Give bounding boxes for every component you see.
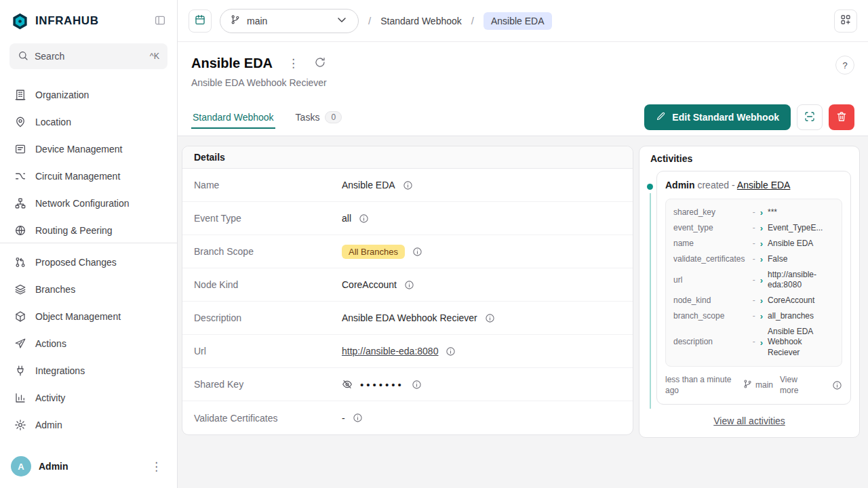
info-icon[interactable] <box>359 214 369 224</box>
app: INFRAHUB Search ^K Organization Location <box>0 0 868 488</box>
sidebar-item-device-management[interactable]: Device Management <box>7 136 170 163</box>
info-icon[interactable] <box>446 346 456 357</box>
event-actor: Admin <box>665 180 695 190</box>
activity-event-card: Admin created - Ansible EDA shared_key -… <box>656 171 851 405</box>
panel-collapse-icon <box>154 14 166 28</box>
sidebar-item-label: Proposed Changes <box>35 257 117 268</box>
sidebar-item-integrations[interactable]: Integrations <box>7 357 170 384</box>
change-row: node_kind - › CoreAccount <box>673 293 834 308</box>
breadcrumb-item-current[interactable]: Ansible EDA <box>484 12 552 30</box>
sidebar-item-network-configuration[interactable]: Network Configuration <box>7 190 170 217</box>
sidebar-item-label: Routing & Peering <box>35 225 113 236</box>
sidebar-collapse-button[interactable] <box>154 14 166 28</box>
info-icon[interactable] <box>412 380 422 390</box>
detail-row-validate-certificates: Validate Certificates - <box>182 401 633 434</box>
change-separator: - <box>753 275 755 286</box>
detail-value: - <box>342 413 345 424</box>
edit-standard-webhook-button[interactable]: Edit Standard Webhook <box>644 104 791 130</box>
network-icon <box>14 197 26 209</box>
event-branch-name: main <box>755 380 773 391</box>
branch-name: main <box>247 16 267 26</box>
change-arrow-icon: › <box>760 310 763 322</box>
change-separator: - <box>753 207 755 218</box>
sidebar-item-label: Network Configuration <box>35 198 130 209</box>
info-icon[interactable] <box>353 413 363 423</box>
detail-row-branch-scope: Branch Scope All Branches <box>182 235 633 268</box>
search-icon <box>18 50 28 63</box>
event-target-link[interactable]: Ansible EDA <box>737 180 791 190</box>
metadata-button[interactable] <box>797 104 823 130</box>
view-more-link[interactable]: View more <box>780 375 806 396</box>
breadcrumb-item[interactable]: Standard Webhook <box>380 16 462 26</box>
search-input[interactable]: Search ^K <box>9 43 167 69</box>
sidebar-item-routing-peering[interactable]: Routing & Peering <box>7 217 170 243</box>
event-timestamp: less than a minute ago <box>665 375 736 396</box>
sidebar-nav-primary: Organization Location Device Management … <box>0 76 177 243</box>
user-menu[interactable]: A Admin ⋮ <box>0 451 177 488</box>
main-area: main / Standard Webhook / Ansible EDA An… <box>178 0 868 488</box>
sidebar-item-activity[interactable]: Activity <box>7 384 170 411</box>
topbar: main / Standard Webhook / Ansible EDA <box>178 0 868 42</box>
sidebar-item-label: Admin <box>35 420 62 430</box>
circuit-icon <box>14 170 26 182</box>
logo-row: INFRAHUB <box>0 0 177 42</box>
git-branch-icon <box>230 14 241 27</box>
tab-label: Standard Webhook <box>193 112 274 123</box>
sidebar-item-organization[interactable]: Organization <box>7 81 170 108</box>
detail-value: Ansible EDA Webhook Reciever <box>342 312 477 323</box>
branch-selector[interactable]: main <box>220 9 359 33</box>
change-arrow-icon: › <box>760 295 763 306</box>
tab-standard-webhook[interactable]: Standard Webhook <box>191 106 275 129</box>
sidebar-item-label: Location <box>35 117 71 127</box>
info-icon[interactable] <box>485 313 495 323</box>
details-title: Details <box>182 146 633 169</box>
sidebar-item-label: Device Management <box>35 144 122 155</box>
detail-value: CoreAccount <box>342 279 397 290</box>
url-link[interactable]: http://ansible-eda:8080 <box>342 346 438 357</box>
user-kebab-menu-icon[interactable]: ⋮ <box>146 460 166 474</box>
sidebar-item-branches[interactable]: Branches <box>7 276 170 303</box>
change-arrow-icon: › <box>760 207 763 218</box>
change-row: url - › http://ansible-eda:8080 <box>673 268 834 293</box>
tabbar: Standard Webhook Tasks 0 Edit Standard W… <box>178 99 868 136</box>
tab-tasks[interactable]: Tasks 0 <box>294 105 343 129</box>
info-icon[interactable] <box>412 247 422 257</box>
apps-menu-button[interactable] <box>834 9 857 33</box>
sidebar-item-actions[interactable]: Actions <box>7 330 170 357</box>
change-separator: - <box>753 337 755 348</box>
refresh-button[interactable] <box>314 56 326 70</box>
info-icon[interactable] <box>403 180 413 190</box>
change-row: shared_key - › *** <box>673 205 834 220</box>
bar-chart-icon <box>14 392 26 404</box>
branch-scope-badge: All Branches <box>342 245 405 259</box>
edit-button-label: Edit Standard Webhook <box>672 112 779 123</box>
activities-card: Activities Admin created - Ansible EDA <box>639 146 860 438</box>
eye-off-icon[interactable] <box>342 379 353 390</box>
plug-icon <box>14 365 26 377</box>
sidebar-item-admin[interactable]: Admin <box>7 411 170 439</box>
search-shortcut: ^K <box>150 52 159 61</box>
sidebar-item-location[interactable]: Location <box>7 108 170 136</box>
help-button[interactable]: ? <box>835 56 854 75</box>
brand-wordmark: INFRAHUB <box>35 14 99 28</box>
change-separator: - <box>753 311 755 322</box>
detail-row-event-type: Event Type all <box>182 202 633 235</box>
time-travel-button[interactable] <box>189 9 212 33</box>
change-arrow-icon: › <box>760 337 763 348</box>
timeline-line <box>650 193 651 409</box>
server-icon <box>14 143 26 155</box>
timeline-dot <box>647 184 653 190</box>
info-icon[interactable] <box>832 380 842 390</box>
timeline <box>646 171 656 405</box>
sidebar-item-object-management[interactable]: Object Management <box>7 303 170 330</box>
git-branch-icon <box>743 379 753 392</box>
delete-button[interactable] <box>829 104 854 130</box>
info-icon[interactable] <box>404 280 414 290</box>
page-kebab-menu-icon[interactable]: ⋮ <box>283 56 303 70</box>
sidebar-item-proposed-changes[interactable]: Proposed Changes <box>7 249 170 276</box>
content: Details Name Ansible EDA Event Type all <box>178 136 868 488</box>
sidebar-item-circuit-management[interactable]: Circuit Management <box>7 163 170 190</box>
activity-event-title: Admin created - Ansible EDA <box>665 180 842 190</box>
view-all-activities-link[interactable]: View all activities <box>713 415 785 426</box>
globe-icon <box>14 224 26 237</box>
